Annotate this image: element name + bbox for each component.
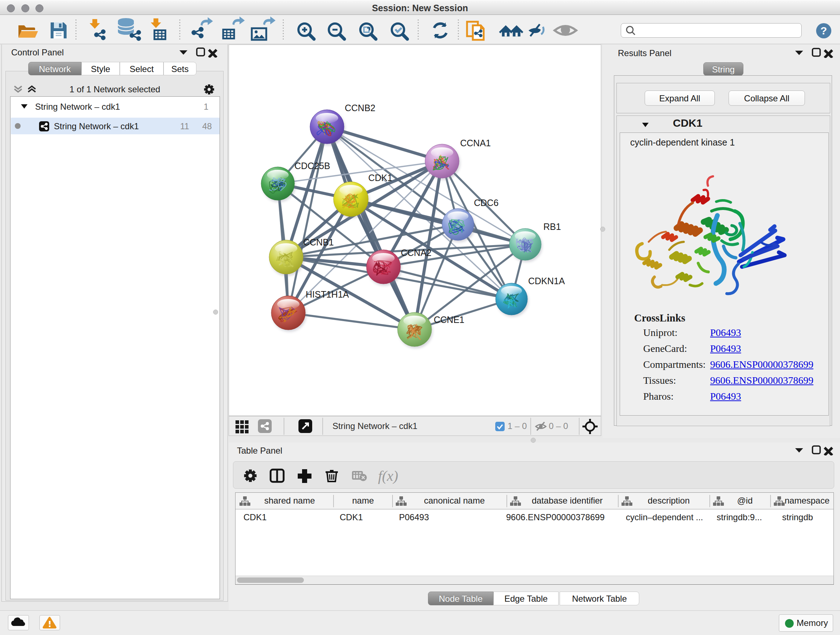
svg-text:CCNE1: CCNE1	[434, 315, 464, 325]
svg-text:CDC6: CDC6	[474, 198, 499, 208]
svg-text:CCNA2: CCNA2	[401, 248, 431, 258]
svg-text:f(x): f(x)	[378, 468, 398, 484]
svg-text:CCNB1: CCNB1	[303, 237, 334, 247]
svg-text:CCNB2: CCNB2	[345, 103, 376, 113]
svg-text:CDKN1A: CDKN1A	[528, 276, 565, 286]
svg-text:HIST1H1A: HIST1H1A	[306, 289, 349, 299]
svg-text:CDK1: CDK1	[368, 173, 393, 183]
svg-text:CCNA1: CCNA1	[460, 138, 491, 148]
svg-text:CDC25B: CDC25B	[294, 161, 330, 171]
svg-text:RB1: RB1	[543, 222, 561, 232]
